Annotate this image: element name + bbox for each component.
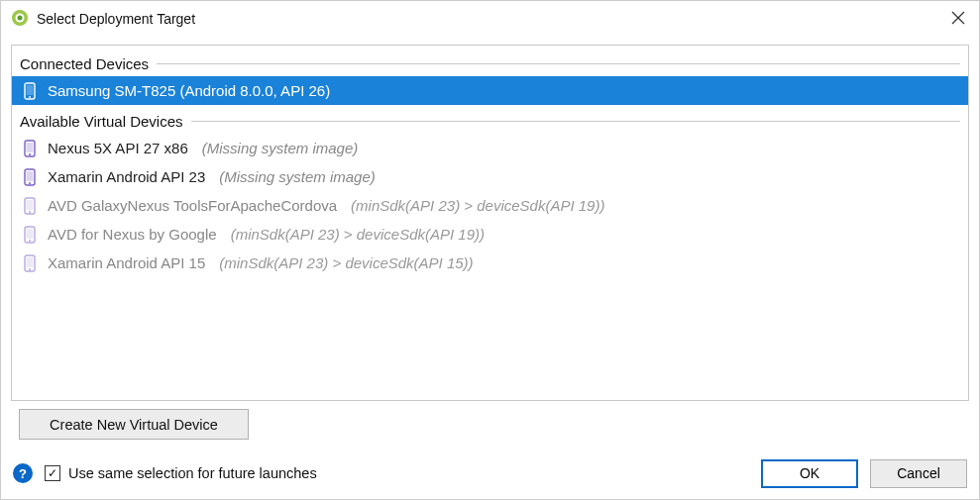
device-name: AVD GalaxyNexus ToolsForApacheCordova bbox=[48, 197, 337, 214]
titlebar: Select Deployment Target bbox=[1, 1, 979, 37]
device-note: (Missing system image) bbox=[202, 140, 359, 156]
virtual-devices-header: Available Virtual Devices bbox=[12, 109, 968, 134]
device-name: Samsung SM-T825 (Android 8.0.0, API 26) bbox=[48, 82, 330, 99]
device-note: (minSdk(API 23) > deviceSdk(API 15)) bbox=[219, 254, 473, 271]
device-note: (minSdk(API 23) > deviceSdk(API 19)) bbox=[351, 197, 604, 214]
svg-rect-21 bbox=[27, 257, 34, 267]
button-strip: ? ✓ Use same selection for future launch… bbox=[1, 448, 979, 499]
device-row[interactable]: AVD for Nexus by Google(minSdk(API 23) >… bbox=[12, 220, 968, 249]
close-icon bbox=[951, 11, 965, 25]
svg-point-13 bbox=[29, 182, 31, 184]
ok-button[interactable]: OK bbox=[761, 459, 858, 488]
device-row[interactable]: Xamarin Android API 15(minSdk(API 23) > … bbox=[12, 249, 968, 277]
cancel-button[interactable]: Cancel bbox=[870, 459, 967, 488]
phone-icon bbox=[22, 254, 38, 272]
checkbox-label: Use same selection for future launches bbox=[68, 465, 317, 481]
device-note: (minSdk(API 23) > deviceSdk(API 19)) bbox=[231, 226, 485, 243]
device-name: Nexus 5X API 27 x86 bbox=[48, 140, 188, 156]
device-row[interactable]: Xamarin Android API 23(Missing system im… bbox=[12, 162, 968, 191]
help-icon[interactable]: ? bbox=[13, 463, 33, 483]
connected-devices-label: Connected Devices bbox=[20, 55, 149, 72]
phone-icon bbox=[22, 197, 38, 215]
device-name: AVD for Nexus by Google bbox=[48, 226, 217, 243]
phone-icon bbox=[22, 140, 38, 157]
checkbox-mark: ✓ bbox=[45, 465, 60, 481]
use-same-selection-checkbox[interactable]: ✓ Use same selection for future launches bbox=[45, 465, 317, 481]
svg-point-10 bbox=[29, 153, 31, 155]
svg-point-16 bbox=[29, 211, 31, 213]
connected-devices-list: Samsung SM-T825 (Android 8.0.0, API 26) bbox=[12, 76, 968, 105]
svg-rect-12 bbox=[27, 171, 34, 181]
device-name: Xamarin Android API 23 bbox=[48, 168, 205, 185]
phone-icon bbox=[22, 168, 38, 186]
virtual-devices-label: Available Virtual Devices bbox=[20, 113, 183, 130]
svg-point-7 bbox=[29, 96, 31, 98]
phone-icon bbox=[22, 226, 38, 244]
close-button[interactable] bbox=[931, 11, 971, 28]
svg-point-2 bbox=[18, 15, 23, 20]
svg-rect-6 bbox=[27, 85, 34, 95]
svg-rect-15 bbox=[27, 200, 34, 210]
header-divider bbox=[157, 63, 960, 64]
svg-point-22 bbox=[29, 268, 31, 270]
device-groupbox: Connected Devices Samsung SM-T825 (Andro… bbox=[11, 45, 969, 401]
connected-devices-header: Connected Devices bbox=[12, 51, 968, 76]
window-title: Select Deployment Target bbox=[37, 11, 931, 27]
svg-point-19 bbox=[29, 240, 31, 242]
phone-icon bbox=[22, 82, 38, 100]
create-new-virtual-device-button[interactable]: Create New Virtual Device bbox=[19, 409, 249, 440]
device-row[interactable]: Samsung SM-T825 (Android 8.0.0, API 26) bbox=[12, 76, 968, 105]
virtual-devices-list: Nexus 5X API 27 x86(Missing system image… bbox=[12, 134, 968, 277]
device-note: (Missing system image) bbox=[219, 168, 376, 185]
dialog-content: Connected Devices Samsung SM-T825 (Andro… bbox=[1, 37, 979, 448]
device-row[interactable]: Nexus 5X API 27 x86(Missing system image… bbox=[12, 134, 968, 162]
android-studio-icon bbox=[11, 9, 29, 30]
svg-rect-9 bbox=[27, 143, 34, 152]
header-divider bbox=[191, 121, 960, 122]
svg-rect-18 bbox=[27, 229, 34, 239]
device-row[interactable]: AVD GalaxyNexus ToolsForApacheCordova(mi… bbox=[12, 191, 968, 220]
device-name: Xamarin Android API 15 bbox=[48, 254, 205, 271]
